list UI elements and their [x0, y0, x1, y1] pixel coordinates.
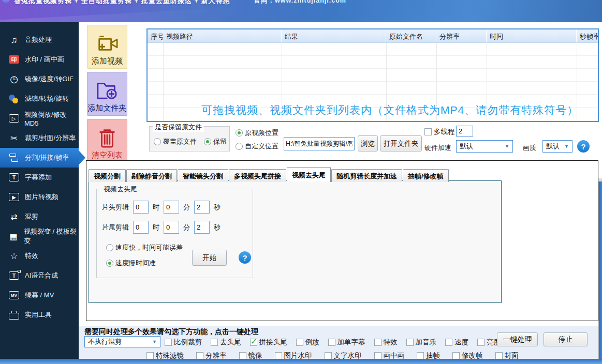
- sidebar-item-split-merge-framerate[interactable]: 分割/拼接/帧率: [0, 148, 79, 168]
- hardware-accel-label: 硬件加速: [424, 143, 451, 153]
- add-video-button[interactable]: 添加视频: [87, 25, 127, 69]
- trim-group-title: 视频去头尾: [101, 185, 140, 194]
- chevron-down-icon: ▼: [564, 144, 569, 149]
- checkbox-effects[interactable]: 特效: [374, 338, 398, 347]
- radio-accurate-mode[interactable]: 速度慢时间准: [106, 259, 156, 268]
- column-header-duration: 时间: [487, 29, 577, 42]
- tab-smart-scene-split[interactable]: 智能镜头分割: [178, 169, 228, 182]
- checkbox-ratio-crop[interactable]: 比例裁剪: [165, 338, 202, 347]
- chevron-down-icon: ▼: [152, 339, 157, 344]
- tab-video-split[interactable]: 视频分割: [89, 169, 126, 182]
- sidebar-item-greenscreen-mv[interactable]: MV 绿幕 / MV: [0, 285, 79, 305]
- open-folder-button[interactable]: 打开文件夹: [380, 135, 422, 151]
- tab-frame-extract-modify[interactable]: 抽帧/修改帧: [403, 169, 449, 182]
- folder-plus-icon: [95, 80, 119, 101]
- sidebar-item-watermark-pip[interactable]: 印 水印 / 画中画: [0, 50, 79, 69]
- tail-second-input[interactable]: [194, 221, 210, 234]
- sidebar-item-effects[interactable]: ☆ 特效: [0, 246, 79, 266]
- grid-fission-icon: ▦: [7, 232, 20, 241]
- one-click-process-button[interactable]: 一键处理: [497, 332, 538, 346]
- chevron-down-icon: ▼: [505, 144, 509, 149]
- sidebar-item-mirror-speed-gif[interactable]: ◷ 镜像/速度/转GIF: [0, 69, 79, 89]
- stop-button[interactable]: 停止: [544, 332, 588, 346]
- checkbox-reverse[interactable]: 倒放: [296, 338, 319, 347]
- sidebar-item-audio[interactable]: ♫ 音频处理: [0, 30, 79, 50]
- sidebar-item-mix-cut[interactable]: ⇄ 混剪: [0, 207, 79, 226]
- music-note-icon: ♫: [7, 35, 21, 46]
- radio-circle-icon: [236, 129, 243, 136]
- hardware-accel-select[interactable]: 默认 ▼: [456, 140, 513, 153]
- sidebar-item-reverse-md5[interactable]: ▷ 视频倒放/修改MD5: [0, 109, 79, 128]
- tail-minute-input[interactable]: [164, 221, 179, 234]
- app-window: 智兔批量视频剪辑 + 全自动批量剪辑 + 批量去重防搬运 + 新人特惠 官网：w…: [0, 0, 602, 364]
- sidebar-item-subtitle[interactable]: T 字幕添加: [0, 168, 79, 187]
- column-header-path: 视频路径: [163, 29, 282, 42]
- image-to-video-icon: ▶: [9, 193, 19, 201]
- file-list-drop-area[interactable]: 可拖拽视频、视频文件夹到列表内（文件格式为MP4、请勿带有特殊符号）: [148, 43, 598, 121]
- tab-random-cut-speedup[interactable]: 随机剪辑长度并加速: [331, 169, 402, 182]
- output-path-input[interactable]: [284, 137, 355, 150]
- mix-mode-select[interactable]: 不执行混剪 ▼: [84, 336, 160, 347]
- tab-multi-video-merge[interactable]: 多视频头尾拼接: [229, 169, 286, 182]
- clear-list-button[interactable]: 清空列表: [87, 119, 127, 163]
- sidebar-item-video-fission[interactable]: ▦ 视频裂变 / 模板裂变: [0, 226, 79, 246]
- tail-trim-label: 片尾剪辑: [102, 223, 129, 232]
- checkbox-single-subtitle[interactable]: 加单字幕: [328, 338, 365, 347]
- help-icon[interactable]: ?: [577, 140, 590, 153]
- column-header-filename: 原始文件名: [386, 29, 436, 42]
- effect-checkbox-row-1: 比例裁剪 去头尾 ✓拼接头尾 倒放 加单字幕 特效 加音乐 速度 亮度饱和度: [165, 338, 522, 347]
- radio-custom-location[interactable]: 自定义位置: [236, 142, 278, 151]
- radio-circle-icon: [106, 244, 113, 251]
- head-second-input[interactable]: [194, 201, 210, 214]
- star-effects-icon: ☆: [7, 251, 21, 262]
- multithread-count-input[interactable]: [456, 126, 473, 136]
- tab-silence-split[interactable]: 剔除静音分割: [126, 169, 177, 182]
- quality-select[interactable]: 默认 ▼: [542, 140, 572, 153]
- sidebar-item-filter-transition-rotate[interactable]: 滤镜/转场/旋转: [0, 89, 79, 109]
- checkbox-merge-head-tail[interactable]: ✓拼接头尾: [250, 338, 287, 347]
- head-hour-input[interactable]: [133, 201, 149, 214]
- sidebar-item-crop-cover-resolution[interactable]: ✂ 裁剪/封面/分辨率: [0, 128, 79, 148]
- tail-hour-input[interactable]: [133, 221, 149, 234]
- radio-circle-icon: [204, 138, 211, 145]
- tab-widget-panel: 视频分割 剔除静音分割 智能镜头分割 多视频头尾拼接 视频去头尾 随机剪辑长度并…: [86, 160, 598, 321]
- keep-group-title: 是否保留原文件: [153, 123, 204, 132]
- trim-group: 视频去头尾 片头剪辑 时 分 秒 片尾剪辑 时: [96, 189, 253, 278]
- sidebar-item-utilities[interactable]: 实用工具: [0, 305, 79, 325]
- gauge-icon: ◷: [7, 73, 21, 85]
- checkbox-speed[interactable]: 速度: [445, 338, 468, 347]
- radio-original-location[interactable]: 原视频位置: [236, 128, 278, 138]
- video-camera-plus-icon: [95, 33, 119, 54]
- checkbox-add-music[interactable]: 加音乐: [406, 338, 437, 347]
- column-header-resolution: 分辨率: [436, 29, 487, 42]
- toolbox-icon: [9, 313, 19, 320]
- quality-label: 画质: [523, 143, 536, 153]
- window-right-edge: [598, 178, 602, 364]
- sidebar-item-ai-voice[interactable]: T AI语音合成: [0, 266, 79, 285]
- mv-icon: MV: [9, 291, 19, 299]
- add-folder-button[interactable]: 添加文件夹: [87, 72, 127, 116]
- tab-bar: 视频分割 剔除静音分割 智能镜头分割 多视频头尾拼接 视频去头尾 随机剪辑长度并…: [89, 167, 449, 182]
- titlebar-site-link[interactable]: 官网：www.zhitujianji.com: [254, 0, 346, 5]
- keep-original-group: 是否保留原文件 覆盖原文件 保留: [149, 126, 230, 151]
- drag-drop-hint: 可拖拽视频、视频文件夹到列表内（文件格式为MP4、请勿带有特殊符号）: [201, 103, 578, 117]
- multithread-checkbox[interactable]: 多线程: [424, 127, 455, 136]
- help-icon[interactable]: ?: [239, 251, 251, 264]
- batch-process-bar: 需要同时处理多个效果请勾选下方功能，点击一键处理 不执行混剪 ▼ 比例裁剪 去头…: [79, 326, 602, 359]
- browse-button[interactable]: 浏览: [358, 135, 378, 151]
- sidebar: ♫ 音频处理 印 水印 / 画中画 ◷ 镜像/速度/转GIF 滤镜/转场/旋转 …: [0, 22, 79, 364]
- start-button[interactable]: 开始: [192, 250, 227, 266]
- trim-tail-row: 片尾剪辑 时 分 秒: [102, 221, 221, 234]
- radio-keep-original[interactable]: 保留: [204, 137, 227, 146]
- watermark-seal-icon: 印: [9, 55, 19, 64]
- checkbox-trim-head-tail[interactable]: 去头尾: [211, 338, 241, 347]
- radio-fast-mode[interactable]: 速度快，时间可能误差: [106, 243, 183, 252]
- file-list-table: 序号 视频路径 结果 原始文件名 分辨率 时间 秒帧率 可拖拽视频、视频文件夹到…: [146, 28, 599, 122]
- sidebar-item-image-to-video[interactable]: ▶ 图片转视频: [0, 187, 79, 207]
- tab-page-trim: 视频去头尾 片头剪辑 时 分 秒 片尾剪辑 时: [89, 180, 502, 303]
- radio-overwrite-original[interactable]: 覆盖原文件: [154, 137, 197, 146]
- tab-trim-head-tail[interactable]: 视频去头尾: [287, 167, 331, 182]
- shuffle-icon: ⇄: [7, 212, 21, 222]
- filter-circles-icon: [9, 95, 19, 103]
- head-minute-input[interactable]: [164, 201, 179, 214]
